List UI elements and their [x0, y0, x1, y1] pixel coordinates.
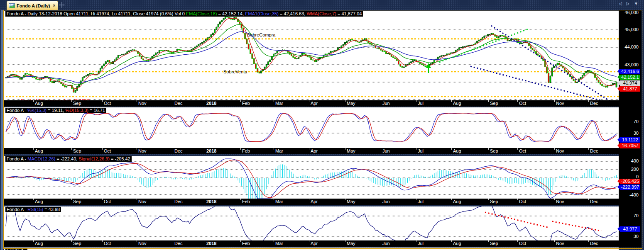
scroll-left-icon[interactable]: ◁ — [619, 1, 624, 6]
month-tick — [240, 100, 241, 102]
month-label: Apr — [311, 148, 318, 153]
candle-body — [334, 51, 335, 51]
candle-body — [105, 62, 106, 64]
rsi-panel[interactable]: Fondo A - RSI(15) = 43.98 — [4, 206, 619, 240]
candle-body — [268, 62, 269, 65]
month-tick — [451, 199, 452, 200]
dropdown-icon[interactable]: ▼ — [634, 1, 640, 6]
time-axis[interactable]: AugSepOctNovDec2018FebMarAprMayJunJulAug… — [4, 148, 642, 154]
candle-body — [121, 54, 122, 55]
macd-chart[interactable] — [4, 156, 619, 199]
sobreventa-label: SobreVenta — [223, 69, 247, 74]
candle-body — [559, 63, 560, 65]
candle-body — [220, 22, 221, 24]
candle-body — [335, 50, 337, 51]
month-tick — [381, 148, 381, 150]
stochastic-chart[interactable] — [4, 107, 619, 148]
candle-body — [257, 68, 258, 72]
candle-body — [179, 49, 180, 50]
header-text: RSI(15) — [27, 207, 43, 212]
candle-body — [259, 72, 260, 73]
candle-body — [362, 40, 364, 41]
candle-body — [207, 38, 208, 39]
candle-body — [407, 64, 408, 65]
candle-body — [409, 63, 410, 64]
month-label: Feb — [242, 199, 250, 204]
candle-body — [477, 41, 478, 43]
rsi-chart[interactable] — [4, 206, 619, 240]
candle-body — [357, 41, 358, 42]
month-tick — [588, 199, 589, 200]
chart-icon — [9, 3, 15, 8]
candle-body — [327, 54, 328, 54]
month-label: Jul — [418, 148, 424, 153]
month-tick — [451, 100, 452, 102]
candle-body — [582, 75, 583, 78]
candle-body — [102, 66, 103, 68]
move-pane-icon[interactable] — [59, 2, 65, 8]
candle-body — [448, 54, 449, 54]
tab-title: Fondo A (Daily) — [17, 3, 50, 8]
candle-body — [521, 43, 522, 44]
candle-body — [373, 45, 374, 46]
month-tick — [205, 240, 205, 242]
candle-body — [228, 17, 230, 18]
candle-body — [605, 86, 606, 87]
candle-body — [78, 84, 80, 86]
candle-body — [64, 86, 65, 87]
candle-body — [341, 46, 342, 47]
candle-body — [412, 61, 414, 62]
candle-body — [328, 53, 330, 54]
time-axis[interactable]: AugSepOctNovDec2018FebMarAprMayJunJulAug… — [4, 100, 642, 107]
month-label: Apr — [311, 101, 318, 106]
time-axis[interactable]: AugSepOctNovDec2018FebMarAprMayJunJulAug… — [4, 240, 642, 247]
candle-body — [325, 54, 326, 55]
candle-body — [212, 33, 213, 34]
candle-body — [218, 24, 219, 27]
candle-body — [332, 51, 333, 52]
time-axis[interactable]: AugSepOctNovDec2018FebMarAprMayJunJulAug… — [4, 199, 642, 205]
candle-body — [278, 51, 279, 51]
candle-body — [107, 60, 108, 62]
main-price-panel[interactable]: SobreCompraSobreVentaFondo A Divergencia… — [4, 11, 619, 100]
stochastic-panel[interactable]: Fondo A - %K(15,3) = 19.11, %D(15,3,3) =… — [4, 107, 619, 148]
candle-body — [103, 64, 105, 66]
header-text: = 43.98 — [43, 207, 60, 212]
header-text: = 42,416.63, — [279, 11, 307, 16]
candle-body — [346, 41, 348, 43]
month-label: Aug — [453, 148, 461, 153]
chart-nav-buttons: ◁ ▷ ▼ — [619, 1, 640, 6]
candle-body — [62, 84, 64, 85]
month-tick — [309, 240, 309, 242]
candle-body — [73, 88, 74, 92]
scroll-right-icon[interactable]: ▷ — [627, 1, 632, 6]
month-label: Sep — [73, 101, 81, 106]
candle-body — [394, 58, 396, 58]
price-axis[interactable]: 46,00045,00044,00043,00042,416.642,152.1… — [619, 10, 642, 248]
candle-body — [51, 82, 53, 83]
month-label: Jul — [418, 199, 424, 204]
candlestick-chart[interactable]: SobreCompraSobreVentaFondo A Divergencia… — [4, 11, 619, 100]
month-label: Apr — [311, 241, 318, 246]
close-icon[interactable]: × — [53, 3, 55, 8]
month-label: Dec — [590, 148, 598, 153]
price-badge: 42,416.6 — [620, 69, 640, 74]
candle-body — [82, 78, 83, 81]
price-badge: -205.425 — [620, 179, 640, 184]
candle-body — [87, 74, 88, 75]
month-tick — [517, 100, 518, 102]
month-label: Oct — [104, 101, 111, 106]
candle-body — [123, 54, 124, 54]
macd-panel[interactable]: Fondo A - MACD(12,26) = -222.40, Signal(… — [4, 156, 619, 199]
candle-body — [34, 78, 35, 78]
tab-fondo-a-daily[interactable]: Fondo A (Daily) × — [7, 1, 58, 10]
axis-label: 70 — [634, 213, 639, 218]
candle-body — [480, 39, 481, 40]
header-text: EMA1(Close,35) — [245, 11, 279, 16]
month-tick — [102, 240, 103, 242]
candle-body — [453, 52, 455, 53]
month-label: Sep — [73, 199, 81, 204]
candle-body — [546, 67, 547, 73]
candle-body — [55, 81, 56, 82]
month-tick — [33, 199, 34, 200]
